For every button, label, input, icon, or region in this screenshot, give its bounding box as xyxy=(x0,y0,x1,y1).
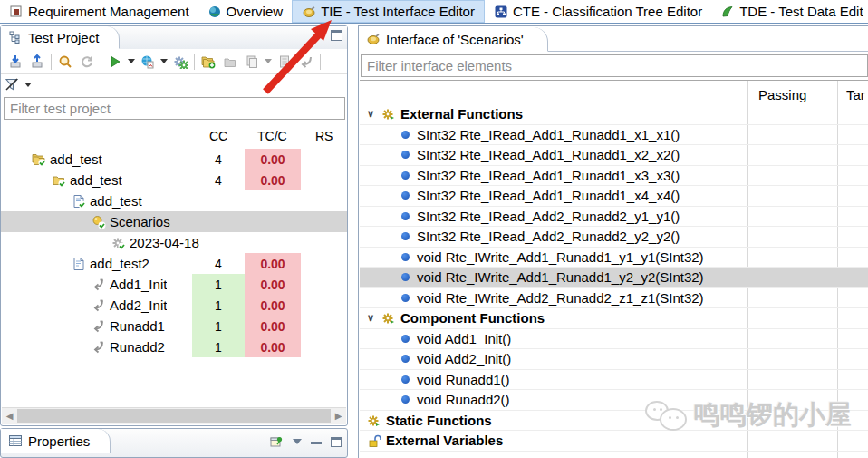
column-header-tcc[interactable]: TC/C xyxy=(257,129,287,143)
top-tab-tde[interactable]: TDE - Test Data Edit xyxy=(711,0,868,23)
minimize-icon[interactable] xyxy=(311,442,322,444)
element-bullet-icon xyxy=(401,395,410,404)
tab-interface-of-scenarios[interactable]: Interface of 'Scenarios' xyxy=(359,27,548,52)
tree-row-add1_init[interactable]: Add1_Init10.00 xyxy=(1,274,347,295)
tree-row-add2_init[interactable]: Add2_Init10.00 xyxy=(1,295,347,316)
export-icon xyxy=(30,54,44,69)
horizontal-scrollbar[interactable]: ◀ ▶ xyxy=(2,407,346,424)
interface-element-row[interactable]: void Add2_Init() xyxy=(360,349,868,370)
doc-copy-gray-button[interactable] xyxy=(241,52,263,72)
filter-dropdown-caret-icon[interactable] xyxy=(24,83,32,87)
group-row-static-functions[interactable]: Static Functions xyxy=(360,411,868,432)
tree-row-add_test2[interactable]: add_test240.00 xyxy=(1,253,347,274)
export-button[interactable] xyxy=(26,52,48,72)
column-header-target[interactable]: Tar xyxy=(846,87,865,102)
top-tab-label: Overview xyxy=(227,4,284,19)
element-bullet-icon xyxy=(401,253,410,261)
group-row-external-functions[interactable]: ∨External Functions xyxy=(360,104,868,125)
filter-funnel-icon[interactable] xyxy=(5,77,19,92)
interface-element-row[interactable]: void Runadd2() xyxy=(360,390,868,411)
report-button[interactable] xyxy=(137,52,159,72)
tree-row-scenarios[interactable]: Scenarios xyxy=(1,211,347,232)
top-tab-tie[interactable]: TIE - Test Interface Editor xyxy=(292,0,485,23)
group-row-component-functions[interactable]: ∨Component Functions xyxy=(360,308,868,329)
overview-icon xyxy=(207,5,222,19)
tab-properties[interactable]: Properties xyxy=(1,429,111,453)
tcc-value: 0.00 xyxy=(245,274,301,295)
tree-row-label: Add1_Init xyxy=(110,277,167,292)
tree-row-runadd1[interactable]: Runadd110.00 xyxy=(1,316,347,336)
interface-element-row[interactable]: void Rte_IWrite_Add1_Runadd1_y2_y2(SInt3… xyxy=(360,268,868,288)
scrollbar-thumb[interactable] xyxy=(17,409,331,423)
tree-row-label: Runadd2 xyxy=(110,339,165,355)
doc-copy-gray-icon xyxy=(245,54,259,69)
chevron-down-icon[interactable]: ∨ xyxy=(367,312,374,324)
group-label: Static Functions xyxy=(386,413,492,428)
interface-element-row[interactable]: void Runadd1() xyxy=(360,370,868,391)
tree-row-label: add_test xyxy=(50,151,102,167)
tree-row-2023-04-18[interactable]: 2023-04-18 xyxy=(1,232,347,253)
interface-element-label: SInt32 Rte_IRead_Add1_Runadd1_x4_x4() xyxy=(417,188,680,203)
view-menu-chevron-icon[interactable] xyxy=(293,439,302,444)
top-tab-cte[interactable]: CTE - Classification Tree Editor xyxy=(485,0,711,23)
interface-element-row[interactable]: SInt32 Rte_IRead_Add1_Runadd1_x2_x2() xyxy=(360,145,868,166)
interface-element-label: void Runadd1() xyxy=(417,372,510,387)
group-label: Component Functions xyxy=(400,310,545,326)
interface-element-row[interactable]: SInt32 Rte_IRead_Add1_Runadd1_x4_x4() xyxy=(360,186,868,207)
search-button[interactable] xyxy=(54,52,76,72)
interface-element-row[interactable]: void Add1_Init() xyxy=(360,329,868,350)
import-button[interactable] xyxy=(5,52,26,72)
interface-element-label: SInt32 Rte_IRead_Add1_Runadd1_x2_x2() xyxy=(417,147,680,162)
top-tab-overview[interactable]: Overview xyxy=(198,0,293,23)
group-row-external-variables[interactable]: External Variables xyxy=(360,431,868,452)
column-header-rs[interactable]: RS xyxy=(315,129,333,143)
test-project-filter-input[interactable] xyxy=(4,97,345,120)
tcc-value: 0.00 xyxy=(245,170,301,190)
testlet-icon xyxy=(72,257,86,271)
doc-gray-button[interactable] xyxy=(274,52,295,72)
tree-row-label: add_test xyxy=(90,193,142,209)
tree-row-runadd2[interactable]: Runadd210.00 xyxy=(1,336,347,357)
dropdown-caret-icon[interactable] xyxy=(263,52,274,72)
cc-value: 4 xyxy=(192,253,245,274)
tree-row-add_test[interactable]: add_test xyxy=(1,190,347,211)
group-label: External Variables xyxy=(386,433,503,448)
test-project-icon xyxy=(8,30,23,44)
folder-gray-button[interactable] xyxy=(219,52,241,72)
gears-button[interactable] xyxy=(169,52,191,72)
pin-editor-icon[interactable] xyxy=(269,434,284,449)
interface-element-row[interactable]: SInt32 Rte_IRead_Add2_Runadd2_y1_y1() xyxy=(360,207,868,228)
tree-row-add_test[interactable]: add_test40.00 xyxy=(1,170,347,190)
interface-element-row[interactable]: SInt32 Rte_IRead_Add2_Runadd2_y2_y2() xyxy=(360,227,868,248)
top-tab-label: TIE - Test Interface Editor xyxy=(321,4,475,19)
cc-value: 4 xyxy=(192,170,245,190)
interface-element-row[interactable]: SInt32 Rte_IRead_Add1_Runadd1_x1_x1() xyxy=(360,125,868,146)
tree-row-label: add_test xyxy=(70,172,122,188)
column-header-cc[interactable]: CC xyxy=(209,129,227,143)
dropdown-caret-icon[interactable] xyxy=(126,52,137,72)
element-bullet-icon xyxy=(401,212,410,220)
new-testset-button[interactable] xyxy=(198,52,219,72)
run-button[interactable] xyxy=(104,52,126,72)
interface-filter-input[interactable] xyxy=(361,54,868,77)
maximize-icon[interactable] xyxy=(331,30,342,41)
tree-row-add_test[interactable]: add_test40.00 xyxy=(1,149,347,170)
test-project-tab-row: Test Project xyxy=(1,26,347,49)
interface-element-row[interactable]: SInt32 Rte_IRead_Add1_Runadd1_x3_x3() xyxy=(360,166,868,187)
refresh-button[interactable] xyxy=(76,52,98,72)
dropdown-caret-icon[interactable] xyxy=(159,52,169,72)
scroll-left-icon[interactable]: ◀ xyxy=(2,408,17,424)
maximize-icon[interactable] xyxy=(331,437,342,447)
top-tab-requirement[interactable]: Requirement Management xyxy=(0,0,198,23)
gear-check-icon xyxy=(111,236,126,250)
interface-element-row[interactable]: void Rte_IWrite_Add2_Runadd2_z1_z1(SInt3… xyxy=(360,288,868,309)
doc-gray-icon xyxy=(277,54,292,69)
element-bullet-icon xyxy=(401,191,410,200)
column-header-passing[interactable]: Passing xyxy=(758,87,806,102)
tab-test-project[interactable]: Test Project xyxy=(1,26,120,49)
tie-icon xyxy=(366,32,381,46)
scroll-right-icon[interactable]: ▶ xyxy=(331,408,346,424)
interface-element-row[interactable]: void Rte_IWrite_Add1_Runadd1_y1_y1(SInt3… xyxy=(360,248,868,268)
chevron-down-icon[interactable]: ∨ xyxy=(367,108,374,120)
hook-gray-button[interactable] xyxy=(295,52,317,72)
